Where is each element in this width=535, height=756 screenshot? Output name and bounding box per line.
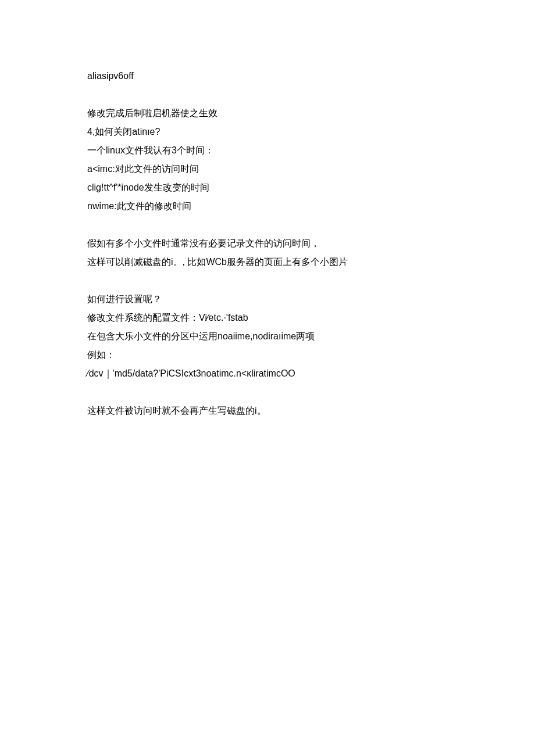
- text-line: ∕dcv｜'md5/data?'PiCSIcxt3noatimc.n<κlira…: [87, 364, 448, 383]
- text-line: nwime:此文件的修改时间: [87, 197, 448, 216]
- text-line: clig!tt^f'*inode发生改变的时间: [87, 178, 448, 197]
- paragraph-3: 假如有多个小文件时通常没有必要记录文件的访问时间， 这样可以削减磁盘的i。, 比…: [87, 234, 448, 271]
- paragraph-1: aliasipv6off: [87, 67, 448, 85]
- paragraph-4: 如何进行设置呢？ 修改文件系统的配置文件：Vi∕etc.∙'fstab 在包含大…: [87, 290, 448, 383]
- text-line: 这样文件被访问时就不会再产生写磁盘的i。: [87, 402, 448, 420]
- paragraph-5: 这样文件被访问时就不会再产生写磁盘的i。: [87, 402, 448, 420]
- text-line: 修改完成后制啦启机器使之生效: [87, 104, 448, 123]
- text-line: 4,如何关闭atinıe?: [87, 123, 448, 141]
- text-line: 例如：: [87, 346, 448, 364]
- text-line: 如何进行设置呢？: [87, 290, 448, 309]
- text-line: 在包含大乐小文件的分区中运用noaiime,nodiraıime两项: [87, 327, 448, 346]
- text-line: a<imc:对此文件的访问时间: [87, 160, 448, 178]
- document-content: aliasipv6off 修改完成后制啦启机器使之生效 4,如何关闭atinıe…: [87, 67, 448, 420]
- text-line: 假如有多个小文件时通常没有必要记录文件的访问时间，: [87, 234, 448, 253]
- text-line: 一个linux文件我认有3个时间：: [87, 141, 448, 160]
- text-line: 修改文件系统的配置文件：Vi∕etc.∙'fstab: [87, 309, 448, 327]
- paragraph-2: 修改完成后制啦启机器使之生效 4,如何关闭atinıe? 一个linux文件我认…: [87, 104, 448, 216]
- text-line: 这样可以削减磁盘的i。, 比如WCb服务器的页面上有多个小图片: [87, 253, 448, 271]
- text-line: aliasipv6off: [87, 67, 448, 85]
